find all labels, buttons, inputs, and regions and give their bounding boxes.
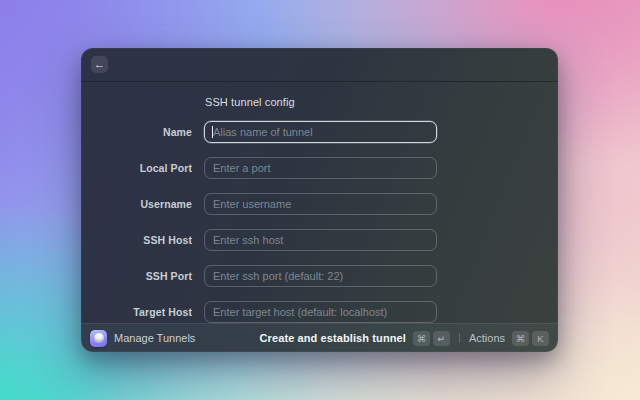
ssh-host-input[interactable] — [204, 229, 437, 251]
form-row-target-host: Target Host — [81, 301, 558, 323]
form-row-name: Name — [81, 121, 558, 143]
tunnels-app-icon — [90, 330, 107, 347]
command-key-icon: ⌘ — [413, 331, 430, 346]
actions-menu-button[interactable]: Actions — [469, 332, 505, 344]
dialog-footer: Manage Tunnels Create and establish tunn… — [81, 323, 558, 352]
form-row-ssh-host: SSH Host — [81, 229, 558, 251]
footer-app-group: Manage Tunnels — [90, 330, 195, 347]
footer-separator — [459, 333, 460, 343]
k-key-icon: K — [532, 331, 549, 346]
field-label-username: Username — [91, 193, 192, 215]
field-label-target-host: Target Host — [91, 301, 192, 323]
command-key-icon: ⌘ — [512, 331, 529, 346]
desktop-wallpaper: ← SSH tunnel config Name Local Port User… — [0, 0, 640, 400]
footer-actions-group: Create and establish tunnel ⌘ ↵ Actions … — [260, 331, 549, 346]
ssh-port-input[interactable] — [204, 265, 437, 287]
local-port-input[interactable] — [204, 157, 437, 179]
return-key-icon: ↵ — [433, 331, 450, 346]
form-row-ssh-port: SSH Port — [81, 265, 558, 287]
form-row-local-port: Local Port — [81, 157, 558, 179]
dialog-header: ← — [81, 48, 558, 82]
name-input[interactable] — [204, 121, 437, 143]
field-label-local-port: Local Port — [91, 157, 192, 179]
primary-action-button[interactable]: Create and establish tunnel — [260, 332, 406, 344]
back-button[interactable]: ← — [91, 56, 108, 73]
page-title: SSH tunnel config — [205, 96, 295, 109]
ssh-tunnel-dialog: ← SSH tunnel config Name Local Port User… — [81, 48, 558, 352]
username-input[interactable] — [204, 193, 437, 215]
footer-app-name: Manage Tunnels — [114, 332, 195, 344]
target-host-input[interactable] — [204, 301, 437, 323]
field-label-name: Name — [91, 121, 192, 143]
field-label-ssh-port: SSH Port — [91, 265, 192, 287]
form-row-username: Username — [81, 193, 558, 215]
back-arrow-icon: ← — [94, 58, 105, 70]
field-label-ssh-host: SSH Host — [91, 229, 192, 251]
text-caret — [212, 126, 213, 138]
